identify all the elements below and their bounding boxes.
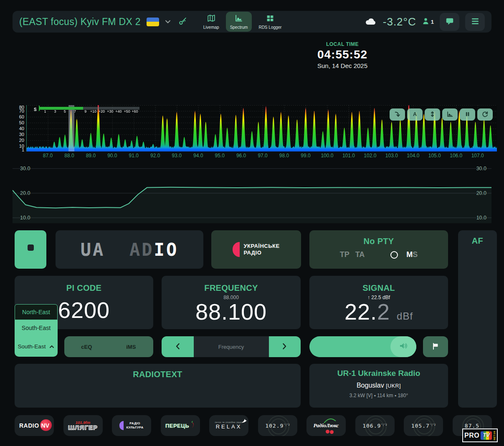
antenna-options: North-EastSouth-East xyxy=(15,304,58,336)
ms-speech-flag: S xyxy=(413,250,418,259)
area-chart-icon xyxy=(446,111,453,119)
s-meter-tick: 5 xyxy=(64,109,66,113)
spectrum-x-tick: 107.0 xyxy=(471,153,484,159)
s-meter-tick: +10 xyxy=(90,109,96,113)
antenna-select[interactable]: South-East xyxy=(15,336,58,357)
spectrum-x-tick: 92.0 xyxy=(150,153,160,159)
logo-frequency-text: 106.9"|"2 xyxy=(362,423,387,429)
nav-rds-logger[interactable]: RDS Logger xyxy=(254,12,286,32)
spectrum-tool-area-chart-icon[interactable] xyxy=(442,108,458,121)
admin-key-button[interactable] xyxy=(177,15,189,29)
af-title: AF xyxy=(458,236,497,246)
svg-text:A: A xyxy=(413,111,417,117)
logo-radio-lux[interactable]: РадіоЛюкс xyxy=(306,415,346,436)
logo-station-105-7[interactable]: 105.7"|"2 xyxy=(404,415,443,436)
clock-time: 04:55:52 xyxy=(292,48,393,61)
frequency-input[interactable] xyxy=(194,336,269,357)
logo-station-102-9[interactable]: 102.9"|"2 xyxy=(258,415,297,436)
temperature-reading: -3.2°C xyxy=(383,15,416,28)
spectrum-x-tick: 104.0 xyxy=(407,153,419,159)
speaker-icon xyxy=(399,342,408,351)
spectrum-analyzer: 80706050403020101 S 13579+10+20+30+40+50… xyxy=(13,105,497,162)
spectrum-y-tick: 1 xyxy=(22,147,24,152)
table-icon xyxy=(266,14,275,24)
nav-label: RDS Logger xyxy=(258,25,281,30)
nav-spectrum[interactable]: Spectrum xyxy=(226,12,252,32)
ps-character: D xyxy=(142,239,154,260)
spectrum-x-tick: 89.0 xyxy=(86,153,96,159)
frequency-down-button[interactable] xyxy=(162,336,194,357)
flag-button[interactable] xyxy=(423,336,448,357)
s-meter-label: S xyxy=(34,107,37,112)
logo-text: РАДІОКУЛЬТУРА xyxy=(126,421,143,430)
spectrum-tool-arrow-turn-down-icon[interactable] xyxy=(390,108,405,121)
bird-icon xyxy=(241,418,247,425)
spectrum-x-tick: 98.0 xyxy=(279,153,289,159)
logo-frequency-text: 102.9"|"2 xyxy=(265,423,290,429)
logo-radio-kultura[interactable]: РАДІОКУЛЬТУРА xyxy=(112,415,151,436)
spectrum-tool-pause-icon[interactable] xyxy=(460,108,475,121)
signal-history-y-tick: 10.0 xyxy=(476,215,486,221)
radio-lux-logo: РадіоЛюкс xyxy=(314,422,339,429)
ps-character xyxy=(105,239,117,260)
spectrum-x-tick: 87.0 xyxy=(43,153,53,159)
spectrum-x-tick: 94.0 xyxy=(193,153,203,159)
signal-history-y-tick: 20.0 xyxy=(20,190,30,196)
s-meter-tick: +60 xyxy=(132,109,138,113)
spectrum-x-tick: 88.0 xyxy=(64,153,74,159)
frequency-title: FREQUENCY xyxy=(162,283,301,293)
ukrainske-radio-logo-icon xyxy=(233,242,240,257)
spectrum-y-axis: 80706050403020101 xyxy=(13,105,25,151)
spectrum-tool-auto-letter-a-icon[interactable]: A xyxy=(407,108,423,121)
ims-button[interactable]: iMS xyxy=(109,336,154,357)
logo-radio-nv[interactable]: RADIONV xyxy=(15,415,54,436)
auto-letter-a-icon: A xyxy=(411,111,418,119)
spectrum-tool-refresh-icon[interactable] xyxy=(477,108,493,121)
protv-watermark: PRO TV NET.UA xyxy=(462,428,498,442)
s-meter-tick: +20 xyxy=(99,109,105,113)
logo-text: ШЛЯГЕР xyxy=(68,424,98,431)
volume-slider[interactable] xyxy=(309,336,416,357)
chat-button[interactable] xyxy=(440,13,459,31)
antenna-option-north-east[interactable]: North-East xyxy=(15,304,58,320)
protv-tv-icon: TV xyxy=(481,431,492,440)
cherry-icon xyxy=(330,430,334,434)
station-logos-row: RADIONV101.9fmШЛЯГЕРРАДІОКУЛЬТУРАПЕРЕЦЬл… xyxy=(15,415,494,436)
logo-shlyager[interactable]: 101.9fmШЛЯГЕР xyxy=(63,415,103,436)
logo-frequency-text: 87.5 xyxy=(465,423,479,429)
antenna-option-south-east[interactable]: South-East xyxy=(15,320,58,336)
flag-icon xyxy=(432,343,439,351)
frequency-up-button[interactable] xyxy=(269,336,301,357)
ps-character: I xyxy=(154,239,166,260)
signal-value: 22.2 dBf xyxy=(309,300,448,323)
s-meter-tick: 1 xyxy=(44,109,46,113)
s-meter-tick: +50 xyxy=(124,109,130,113)
logo-text: RADIO xyxy=(19,422,39,429)
logo-station-106-9[interactable]: 106.9"|"2 xyxy=(355,415,395,436)
ceq-button[interactable]: cEQ xyxy=(64,336,109,357)
signal-panel: SIGNAL ↑ 22.5 dBf 22.2 dBf xyxy=(309,276,448,329)
volume-handle[interactable] xyxy=(390,336,416,357)
clock-date: Sun, 14 Dec 2025 xyxy=(292,62,393,69)
signal-history-y-tick: 20.0 xyxy=(476,190,486,196)
clock-label: LOCAL TIME xyxy=(292,41,393,47)
radio-relax-logo: легке та спокійне радіоRELAX xyxy=(215,421,243,430)
spectrum-x-tick: 103.0 xyxy=(385,153,398,159)
logo-radio-perets[interactable]: ПЕРЕЦЬ xyxy=(161,415,200,436)
logo-radio-relax[interactable]: легке та спокійне радіоRELAX xyxy=(209,415,248,436)
spectrum-plot: S 13579+10+20+30+40+50+60 A xyxy=(26,105,497,151)
s-meter-tick: +40 xyxy=(115,109,122,113)
nav-livemap[interactable]: Livemap xyxy=(199,12,223,32)
spectrum-x-tick: 96.0 xyxy=(236,153,246,159)
radio-perets-logo: ПЕРЕЦЬ xyxy=(165,421,195,431)
spectrum-y-tick: 50 xyxy=(19,120,24,125)
server-select-chevron[interactable] xyxy=(163,17,172,27)
s-meter-bar: 13579+10+20+30+40+50+60 xyxy=(39,107,139,110)
menu-button[interactable] xyxy=(465,13,485,31)
spectrum-x-tick: 101.0 xyxy=(342,153,355,159)
stereo-indicator-button[interactable] xyxy=(15,230,46,269)
spectrum-x-tick: 102.0 xyxy=(364,153,376,159)
ps-character: A xyxy=(93,239,105,260)
spectrum-tool-arrows-vertical-icon[interactable] xyxy=(425,108,440,121)
af-list-panel: AF xyxy=(458,230,497,408)
